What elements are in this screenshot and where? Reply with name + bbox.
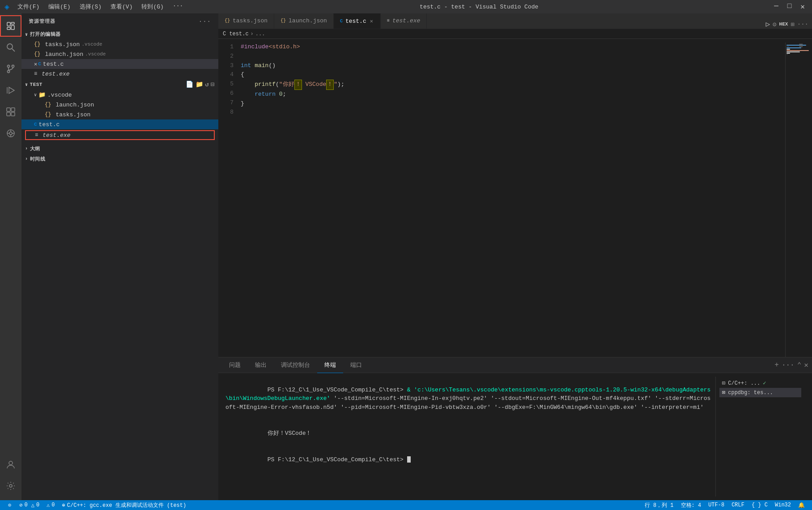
status-eol[interactable]: CRLF [728, 500, 748, 510]
panel-tab-output[interactable]: 输出 [248, 357, 274, 373]
open-editors-label: 打开的编辑器 [30, 31, 61, 38]
code-content[interactable]: #include<stdio.h> int main() { printf("你… [241, 42, 785, 357]
status-encoding[interactable]: UTF-8 [705, 500, 728, 510]
hex-label[interactable]: HEX [779, 21, 788, 27]
platform-label: Win32 [775, 502, 791, 508]
open-editor-test-exe[interactable]: ≡ test.exe [21, 69, 218, 79]
status-notification[interactable]: 🔔 [795, 500, 808, 510]
panel-more-icon[interactable]: ··· [782, 361, 795, 369]
window-title: test.c - test - Visual Studio Code [187, 4, 771, 10]
svg-rect-3 [7, 27, 10, 30]
add-terminal-icon[interactable]: + [774, 361, 779, 369]
run-activity-icon[interactable] [0, 80, 21, 101]
menu-file[interactable]: 文件(F) [14, 2, 43, 12]
tab-launch-json[interactable]: {} launch.json [274, 13, 334, 29]
vscode-launch-json[interactable]: {} launch.json [21, 100, 218, 110]
breadcrumb-right-icon[interactable]: ≡ [799, 42, 803, 50]
close-editor-icon[interactable]: ✕ [34, 61, 37, 68]
breadcrumb-file[interactable]: C test.c [223, 31, 249, 37]
close-button[interactable]: ✕ [798, 2, 808, 11]
open-editor-tasks-json[interactable]: {} tasks.json .vscode [21, 39, 218, 49]
breadcrumb-dots[interactable]: ... [255, 31, 265, 37]
test-c-file[interactable]: C test.c [21, 119, 218, 129]
status-remote[interactable]: ⊙ [4, 500, 16, 510]
status-indent[interactable]: 空格: 4 [677, 500, 705, 510]
line-numbers: 1 2 3 4 5 6 7 8 [218, 42, 241, 357]
test-exe-label: test.exe [42, 71, 69, 77]
indent-label: 空格: 4 [681, 502, 701, 509]
tab-test-exe[interactable]: ≡ test.exe [381, 13, 427, 29]
settings-activity-icon[interactable] [0, 475, 21, 497]
terminal-cpp-icon: ⊡ [722, 380, 725, 387]
minimize-button[interactable]: ─ [771, 2, 781, 11]
code-line-7: } [241, 99, 785, 109]
status-errors[interactable]: ⊘ 0 △ 0 [16, 500, 43, 510]
code-editor: 1 2 3 4 5 6 7 8 #include<stdio.h> int ma… [218, 39, 812, 357]
terminal-side-cpp[interactable]: ⊡ C/C++: ... ✓ [719, 378, 801, 388]
menu-more[interactable]: ··· [169, 2, 187, 12]
explorer-activity-icon[interactable] [0, 15, 21, 37]
encoding-label: UTF-8 [708, 502, 724, 508]
source-control-activity-icon[interactable] [0, 58, 21, 80]
run-debug-icon[interactable]: ▷ [765, 20, 770, 29]
tab-test-c[interactable]: C test.c ✕ [334, 13, 381, 29]
more-tabs-icon[interactable]: ··· [797, 21, 808, 28]
account-activity-icon[interactable] [0, 454, 21, 475]
maximize-button[interactable]: □ [785, 2, 795, 11]
open-editor-launch-json[interactable]: {} launch.json .vscode [21, 49, 218, 59]
menu-goto[interactable]: 转到(G) [138, 2, 167, 12]
outline-section[interactable]: › 大纲 [21, 144, 218, 154]
open-editors-section[interactable]: ∨ 打开的编辑器 [21, 29, 218, 39]
status-line-col[interactable]: 行 8，列 1 [641, 500, 677, 510]
status-build-info[interactable]: ⊕ C/C++: gcc.exe 生成和调试活动文件 (test) [59, 500, 190, 510]
code-line-4: { [241, 70, 785, 80]
tab-close-test-c[interactable]: ✕ [369, 18, 374, 25]
launch-json-label: launch.json [45, 51, 83, 58]
terminal-main[interactable]: PS F:\12_C\1_Use_VSCode_Compile_C\test> … [225, 377, 712, 497]
tab-tasks-json[interactable]: {} tasks.json [218, 13, 274, 29]
search-activity-icon[interactable] [0, 37, 21, 58]
window-controls: ─ □ ✕ [771, 2, 808, 11]
svg-point-6 [8, 65, 10, 68]
sidebar-more-icon[interactable]: ··· [199, 18, 211, 25]
status-platform[interactable]: Win32 [771, 500, 795, 510]
panel-tab-ports[interactable]: 端口 [343, 357, 369, 373]
editor-area: {} tasks.json {} launch.json C test.c ✕ … [218, 13, 812, 500]
terminal-side-cppdbg[interactable]: ⊠ cppdbg: tes... [719, 388, 801, 397]
svg-point-16 [9, 132, 12, 135]
open-editor-test-c[interactable]: ✕ C test.c [21, 59, 218, 69]
sidebar-header-actions: ··· [199, 18, 211, 25]
activity-bar [0, 13, 21, 500]
timeline-section[interactable]: › 时间线 [21, 154, 218, 164]
panel-tab-problems[interactable]: 问题 [222, 357, 248, 373]
status-bar: ⊙ ⊘ 0 △ 0 ⚠ 0 ⊕ C/C++: gcc.exe 生成和调试活动文件… [0, 500, 812, 510]
panel-maximize-icon[interactable]: ⌃ [797, 361, 802, 370]
status-language[interactable]: { } C [748, 500, 771, 510]
vscode-folder[interactable]: ∨ 📁 .vscode [21, 90, 218, 100]
breadcrumb: C test.c › ... ≡ [218, 29, 812, 39]
vscode-tasks-json[interactable]: {} tasks.json [21, 110, 218, 119]
menu-edit[interactable]: 编辑(E) [45, 2, 74, 12]
remote-activity-icon[interactable] [0, 123, 21, 144]
new-file-icon[interactable]: 📄 [186, 81, 194, 88]
panel-close-icon[interactable]: ✕ [804, 361, 808, 370]
json-file-icon2: {} [34, 51, 40, 57]
menu-view[interactable]: 查看(V) [107, 2, 136, 12]
json-icon-tasks: {} [45, 111, 51, 118]
svg-rect-14 [11, 112, 15, 116]
gear-tab-icon[interactable]: ⚙ [773, 21, 776, 28]
refresh-icon[interactable]: ↺ [205, 81, 209, 88]
remote-icon: ⊙ [8, 502, 11, 509]
new-folder-icon[interactable]: 📁 [196, 81, 204, 88]
test-exe-file[interactable]: ≡ test.exe [25, 130, 215, 140]
status-info-count[interactable]: ⚠ 0 [43, 500, 58, 510]
test-section-header[interactable]: ∨ TEST 📄 📁 ↺ ⊟ [21, 79, 218, 90]
panel-tab-terminal[interactable]: 终端 [317, 357, 343, 373]
split-editor-icon[interactable]: ⊞ [791, 21, 794, 28]
panel-tab-debug-console[interactable]: 调试控制台 [274, 357, 317, 373]
main-layout: 资源管理器 ··· ∨ 打开的编辑器 {} tasks.json .vscode… [0, 13, 812, 500]
collapse-icon[interactable]: ⊟ [211, 81, 215, 88]
menu-select[interactable]: 选择(S) [76, 2, 105, 12]
tab-test-exe-label: test.exe [392, 17, 420, 24]
extensions-activity-icon[interactable] [0, 101, 21, 123]
